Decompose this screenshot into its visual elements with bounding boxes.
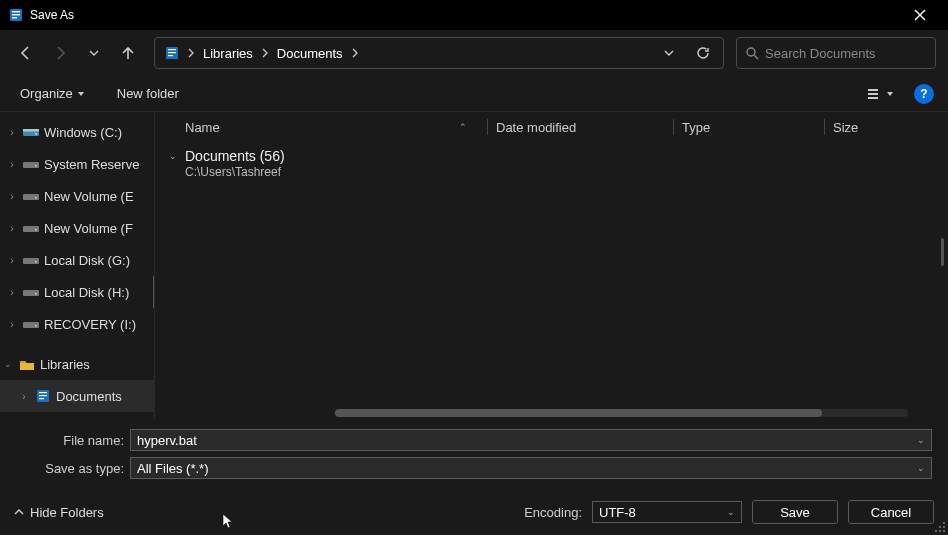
expander-icon[interactable]: › xyxy=(6,159,18,170)
svg-rect-11 xyxy=(868,97,878,99)
column-header-date[interactable]: Date modified xyxy=(488,120,673,135)
breadcrumb-libraries[interactable]: Libraries xyxy=(199,38,257,68)
sidebar-item-drive[interactable]: › New Volume (F xyxy=(0,212,154,244)
save-form: File name: hyperv.bat ⌄ Save as type: Al… xyxy=(0,419,948,489)
file-name-label: File name: xyxy=(16,433,124,448)
close-button[interactable] xyxy=(900,0,940,30)
sidebar-item-drive[interactable]: › Local Disk (H:) xyxy=(0,276,154,308)
save-button[interactable]: Save xyxy=(752,500,838,524)
encoding-select[interactable]: UTF-8 ⌄ xyxy=(592,501,742,523)
chevron-down-icon xyxy=(886,90,894,98)
address-bar[interactable]: Libraries Documents xyxy=(154,37,724,69)
sidebar-item-documents[interactable]: › Documents xyxy=(0,380,154,412)
svg-rect-30 xyxy=(39,398,44,399)
search-input[interactable] xyxy=(765,46,933,61)
group-path: C:\Users\Tashreef xyxy=(185,165,934,179)
save-as-type-value: All Files (*.*) xyxy=(137,461,209,476)
toolbar: Organize New folder ? xyxy=(0,76,948,112)
folder-icon xyxy=(18,358,36,371)
breadcrumb-root[interactable] xyxy=(161,38,183,68)
sidebar-item-libraries[interactable]: ⌄ Libraries xyxy=(0,348,154,380)
view-mode-button[interactable] xyxy=(862,82,898,106)
column-headers[interactable]: Name ⌃ Date modified Type Size xyxy=(155,112,948,142)
organize-button[interactable]: Organize xyxy=(14,82,91,105)
file-name-value: hyperv.bat xyxy=(137,433,197,448)
sidebar-item-drive[interactable]: › System Reserve xyxy=(0,148,154,180)
hide-folders-button[interactable]: Hide Folders xyxy=(14,505,104,520)
forward-button[interactable] xyxy=(46,39,74,67)
cancel-button[interactable]: Cancel xyxy=(848,500,934,524)
encoding-label: Encoding: xyxy=(524,505,582,520)
sidebar-tree[interactable]: › Windows (C:) › System Reserve › New Vo… xyxy=(0,112,155,419)
app-icon xyxy=(8,7,24,23)
horizontal-scrollbar[interactable] xyxy=(335,409,908,417)
drive-icon xyxy=(22,222,40,234)
svg-rect-9 xyxy=(868,89,878,91)
new-folder-button[interactable]: New folder xyxy=(111,82,185,105)
drive-icon xyxy=(22,318,40,330)
column-header-name[interactable]: Name ⌃ xyxy=(177,120,487,135)
vertical-scrollbar-indicator[interactable] xyxy=(941,238,944,266)
address-dropdown-button[interactable] xyxy=(655,39,683,67)
svg-rect-5 xyxy=(168,49,176,50)
expander-icon[interactable]: › xyxy=(6,287,18,298)
window-title: Save As xyxy=(30,8,74,22)
svg-rect-2 xyxy=(12,14,20,15)
chevron-right-icon[interactable] xyxy=(257,48,273,58)
drive-icon xyxy=(22,286,40,298)
expander-icon[interactable]: › xyxy=(18,391,30,402)
svg-rect-20 xyxy=(35,229,37,231)
chevron-down-icon xyxy=(77,90,85,98)
drive-icon xyxy=(22,254,40,266)
nav-row: Libraries Documents xyxy=(0,30,948,76)
sidebar-item-drive[interactable]: › Local Disk (G:) xyxy=(0,244,154,276)
sidebar-item-drive[interactable]: › RECOVERY (I:) xyxy=(0,308,154,340)
back-button[interactable] xyxy=(12,39,40,67)
scrollbar-thumb[interactable] xyxy=(335,409,822,417)
file-name-field[interactable]: hyperv.bat ⌄ xyxy=(130,429,932,451)
drive-icon xyxy=(22,190,40,202)
expander-icon[interactable]: › xyxy=(6,255,18,266)
svg-rect-16 xyxy=(35,165,37,167)
resize-grip[interactable] xyxy=(934,521,946,533)
svg-rect-10 xyxy=(868,93,878,95)
expander-icon[interactable]: ⌄ xyxy=(2,359,14,369)
search-box[interactable] xyxy=(736,37,936,69)
sidebar-item-drive[interactable]: › Windows (C:) xyxy=(0,116,154,148)
svg-rect-29 xyxy=(39,395,47,396)
column-header-size[interactable]: Size xyxy=(825,120,948,135)
documents-library-icon xyxy=(34,389,52,403)
save-as-type-label: Save as type: xyxy=(16,461,124,476)
svg-rect-13 xyxy=(23,129,39,132)
expander-icon[interactable]: › xyxy=(6,223,18,234)
group-header[interactable]: ⌄ Documents (56) xyxy=(169,148,934,164)
file-list-panel: Name ⌃ Date modified Type Size ⌄ Documen… xyxy=(155,112,948,419)
svg-rect-26 xyxy=(35,325,37,327)
recent-locations-button[interactable] xyxy=(80,39,108,67)
refresh-button[interactable] xyxy=(689,39,717,67)
chevron-down-icon[interactable]: ⌄ xyxy=(169,151,179,161)
chevron-down-icon[interactable]: ⌄ xyxy=(727,507,735,517)
save-as-type-field[interactable]: All Files (*.*) ⌄ xyxy=(130,457,932,479)
svg-rect-22 xyxy=(35,261,37,263)
svg-point-8 xyxy=(747,48,755,56)
file-list-area[interactable]: ⌄ Documents (56) C:\Users\Tashreef xyxy=(155,142,948,419)
chevron-down-icon[interactable]: ⌄ xyxy=(917,435,925,445)
svg-rect-6 xyxy=(168,52,176,53)
sort-indicator-icon: ⌃ xyxy=(459,122,479,132)
breadcrumb-documents[interactable]: Documents xyxy=(273,38,347,68)
chevron-right-icon[interactable] xyxy=(183,48,199,58)
up-button[interactable] xyxy=(114,39,142,67)
help-button[interactable]: ? xyxy=(914,84,934,104)
expander-icon[interactable]: › xyxy=(6,191,18,202)
expander-icon[interactable]: › xyxy=(6,127,18,138)
footer: Hide Folders Encoding: UTF-8 ⌄ Save Canc… xyxy=(0,489,948,535)
svg-rect-1 xyxy=(12,11,20,12)
column-header-type[interactable]: Type xyxy=(674,120,824,135)
svg-rect-3 xyxy=(12,17,17,18)
expander-icon[interactable]: › xyxy=(6,319,18,330)
sidebar-item-drive[interactable]: › New Volume (E xyxy=(0,180,154,212)
chevron-right-icon[interactable] xyxy=(347,48,363,58)
svg-rect-24 xyxy=(35,293,37,295)
chevron-down-icon[interactable]: ⌄ xyxy=(917,463,925,473)
